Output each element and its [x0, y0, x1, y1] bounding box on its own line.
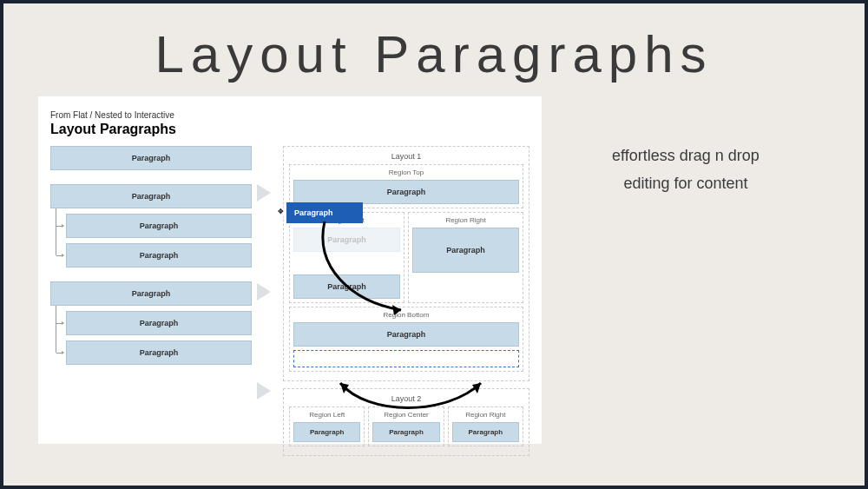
dragging-paragraph[interactable]: ✥ Paragraph — [286, 202, 363, 223]
paragraph-box[interactable]: Paragraph — [293, 422, 360, 442]
region-title: Region Right — [412, 216, 519, 224]
paragraph-box[interactable]: Paragraph — [66, 340, 252, 365]
paragraph-box[interactable]: Paragraph — [293, 322, 519, 347]
arrow-icon — [257, 283, 271, 301]
paragraph-box[interactable]: Paragraph — [293, 274, 400, 299]
region-left[interactable]: Region Left Paragraph Paragraph — [289, 212, 404, 303]
transition-arrows — [257, 146, 278, 463]
region-title: Region Center — [372, 411, 439, 419]
slide-title: Layout Paragraphs — [3, 3, 865, 96]
drag-grip-icon[interactable]: ✥ — [275, 207, 286, 217]
paragraph-box[interactable]: Paragraph — [66, 243, 252, 268]
region-title: Region Top — [293, 169, 519, 176]
paragraph-box[interactable]: Paragraph — [50, 146, 252, 170]
region-center[interactable]: Region Center Paragraph — [368, 406, 444, 446]
layout-title: Layout 2 — [289, 394, 523, 403]
layout-container-1: Layout 1 Region Top Paragraph Region Lef… — [283, 146, 529, 381]
caption-line-2: editing for content — [542, 169, 830, 197]
region-right[interactable]: Region Right Paragraph — [408, 212, 523, 303]
paragraph-box[interactable]: Paragraph — [452, 422, 519, 442]
arrow-icon — [257, 382, 271, 400]
layout-container-2: Layout 2 Region Left Paragraph Region Ce… — [283, 388, 529, 456]
paragraph-box[interactable]: Paragraph — [66, 311, 252, 335]
layout-column: Layout 1 Region Top Paragraph Region Lef… — [283, 146, 529, 463]
drop-zone[interactable] — [293, 350, 519, 367]
flat-column: Paragraph Paragraph Paragraph Paragraph … — [50, 146, 252, 463]
region-title: Region Left — [293, 411, 360, 419]
diagram-panel: From Flat / Nested to Interactive Layout… — [38, 96, 542, 444]
arrow-icon — [257, 184, 271, 202]
diagram-heading: Layout Paragraphs — [50, 122, 529, 137]
region-title: Region Right — [452, 411, 519, 419]
region-left[interactable]: Region Left Paragraph — [289, 406, 365, 446]
diagram-subtitle: From Flat / Nested to Interactive — [50, 110, 529, 120]
paragraph-box[interactable]: Paragraph — [293, 180, 519, 204]
paragraph-box[interactable]: Paragraph — [50, 184, 252, 208]
layout-title: Layout 1 — [289, 152, 523, 161]
paragraph-box[interactable]: Paragraph — [50, 281, 252, 306]
region-bottom[interactable]: Region Bottom Paragraph — [289, 307, 523, 372]
side-caption: effortless drag n drop editing for conte… — [542, 96, 830, 444]
paragraph-box[interactable]: Paragraph — [372, 422, 439, 442]
region-title: Region Bottom — [293, 311, 519, 319]
paragraph-box[interactable]: Paragraph — [412, 228, 519, 273]
caption-line-1: effortless drag n drop — [542, 142, 830, 169]
paragraph-box[interactable]: Paragraph — [66, 214, 252, 238]
dragging-label: Paragraph — [294, 208, 333, 217]
region-right[interactable]: Region Right Paragraph — [448, 406, 523, 446]
paragraph-ghost: Paragraph — [293, 228, 400, 252]
